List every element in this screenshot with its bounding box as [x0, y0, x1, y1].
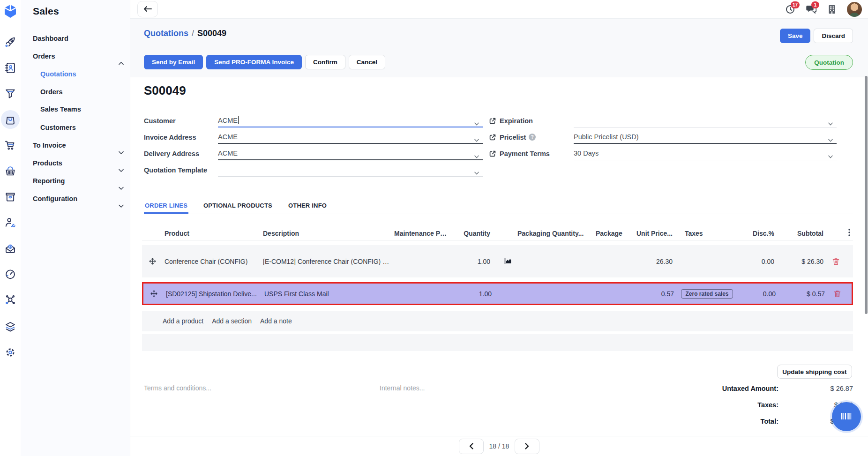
- messages-chat-icon[interactable]: 1: [806, 4, 817, 15]
- sidebar-item-reporting[interactable]: Reporting: [21, 172, 130, 190]
- col-unit-price[interactable]: Unit Price...: [626, 230, 674, 237]
- basket-icon[interactable]: [0, 161, 21, 181]
- external-link-icon[interactable]: [489, 150, 500, 157]
- product-cell[interactable]: Conference Chair (CONFIG): [163, 258, 261, 265]
- expiration-input[interactable]: [574, 114, 837, 127]
- taxes-cell[interactable]: Zero rated sales: [676, 289, 738, 299]
- company-building-icon[interactable]: [827, 4, 837, 15]
- pager-value: 18 / 18: [489, 442, 509, 450]
- order-line-row[interactable]: Conference Chair (CONFIG) [E-COM12] Conf…: [142, 245, 853, 277]
- sidebar-item-quotations[interactable]: Quotations: [21, 65, 130, 83]
- user-avatar[interactable]: [847, 2, 862, 17]
- network-nodes-icon[interactable]: [0, 290, 21, 310]
- sales-app-logo-icon[interactable]: [0, 1, 21, 22]
- discount-cell[interactable]: 0.00: [737, 258, 776, 265]
- unit-price-cell[interactable]: 0.57: [627, 290, 676, 298]
- col-quantity[interactable]: Quantity: [450, 230, 492, 237]
- sidebar-item-configuration[interactable]: Configuration: [21, 190, 130, 208]
- quantity-cell[interactable]: 1.00: [450, 258, 492, 265]
- forecast-area-chart-icon[interactable]: [492, 257, 516, 266]
- tab-optional-products[interactable]: OPTIONAL PRODUCTS: [202, 198, 273, 214]
- column-options-icon[interactable]: [846, 229, 853, 238]
- discard-button[interactable]: Discard: [814, 29, 853, 43]
- description-cell[interactable]: [E-COM12] Conference Chair (CONFIG) (Ste…: [261, 257, 392, 266]
- send-proforma-invoice-button[interactable]: Send PRO-FORMA Invoice: [206, 55, 302, 69]
- add-a-note-link[interactable]: Add a note: [260, 317, 292, 325]
- breadcrumb-current: S00049: [197, 29, 226, 38]
- sidebar-menu: Sales Dashboard Orders Quotations Orders…: [21, 0, 130, 456]
- delete-line-trash-icon[interactable]: [827, 290, 848, 298]
- sidebar-item-customers[interactable]: Customers: [21, 119, 130, 136]
- sidebar-item-products[interactable]: Products: [21, 154, 130, 172]
- activities-clock-icon[interactable]: 17: [785, 4, 795, 15]
- chevron-down-icon: [828, 152, 833, 160]
- sidebar-item-dashboard[interactable]: Dashboard: [21, 30, 130, 47]
- tab-other-info[interactable]: OTHER INFO: [287, 198, 328, 214]
- invoice-address-input[interactable]: ACME: [218, 131, 483, 144]
- add-a-product-link[interactable]: Add a product: [163, 317, 203, 325]
- col-taxes[interactable]: Taxes: [674, 230, 737, 237]
- col-disc[interactable]: Disc.%: [737, 230, 776, 237]
- barcode-scanner-fab-button[interactable]: [832, 402, 861, 431]
- description-cell[interactable]: USPS First Class Mail: [262, 290, 394, 298]
- subtotal-cell[interactable]: $ 26.30: [776, 258, 825, 265]
- delete-line-trash-icon[interactable]: [825, 258, 846, 265]
- invoice-mail-icon[interactable]: [0, 238, 21, 259]
- send-by-email-button[interactable]: Send by Email: [144, 55, 203, 69]
- sidebar-item-sales-teams[interactable]: Sales Teams: [21, 100, 130, 118]
- sidebar-item-orders[interactable]: Orders: [21, 83, 130, 101]
- col-packaging-quantity[interactable]: Packaging Quantity...: [516, 230, 588, 237]
- tax-tag: Zero rated sales: [681, 289, 733, 299]
- save-button[interactable]: Save: [780, 29, 811, 43]
- customer-service-icon[interactable]: [0, 212, 21, 233]
- col-description[interactable]: Description: [261, 230, 392, 237]
- subtotal-cell[interactable]: $ 0.57: [778, 290, 827, 298]
- vertical-scrollbar-thumb[interactable]: [865, 76, 868, 314]
- shopping-cart-icon[interactable]: [0, 135, 21, 156]
- confirm-button[interactable]: Confirm: [305, 55, 345, 69]
- payment-terms-input[interactable]: 30 Days: [574, 147, 837, 160]
- product-cell[interactable]: [SD02125] Shipstation Delive...: [164, 290, 262, 298]
- update-shipping-cost-button[interactable]: Update shipping cost: [777, 365, 852, 379]
- pager-next-button[interactable]: [515, 439, 539, 454]
- add-a-section-link[interactable]: Add a section: [212, 317, 252, 325]
- sidebar-item-orders-section[interactable]: Orders: [21, 47, 130, 65]
- internal-notes-input[interactable]: Internal notes...: [380, 381, 724, 407]
- discount-cell[interactable]: 0.00: [738, 290, 778, 298]
- col-product[interactable]: Product: [163, 230, 261, 237]
- delivery-address-input[interactable]: ACME: [218, 147, 483, 160]
- contacts-book-icon[interactable]: [0, 58, 21, 78]
- expiration-label: Expiration: [500, 117, 574, 125]
- external-link-icon[interactable]: [489, 134, 500, 141]
- chevron-down-icon: [119, 196, 124, 214]
- add-line-row: Add a product Add a section Add a note: [142, 311, 853, 331]
- layers-icon[interactable]: [0, 316, 21, 337]
- pager-previous-button[interactable]: [459, 439, 484, 454]
- gauge-icon[interactable]: [0, 264, 21, 284]
- sidebar-item-to-invoice[interactable]: To Invoice: [21, 136, 130, 154]
- col-package[interactable]: Package: [588, 230, 626, 237]
- col-maintenance-plan[interactable]: Maintenance Plan: [392, 230, 450, 237]
- back-button[interactable]: [137, 1, 158, 17]
- order-line-row-highlighted[interactable]: [SD02125] Shipstation Delive... USPS Fir…: [142, 282, 853, 305]
- col-subtotal[interactable]: Subtotal: [776, 230, 825, 237]
- settings-gear-icon[interactable]: [0, 342, 21, 363]
- terms-and-conditions-input[interactable]: Terms and conditions...: [144, 381, 374, 407]
- external-link-icon[interactable]: [489, 118, 500, 124]
- tab-order-lines[interactable]: ORDER LINES: [144, 198, 188, 214]
- text-cursor: [238, 116, 239, 124]
- funnel-icon[interactable]: [0, 83, 21, 104]
- unit-price-cell[interactable]: 26.30: [626, 258, 674, 265]
- rocket-icon[interactable]: [0, 32, 21, 52]
- shopping-bag-icon[interactable]: [0, 109, 21, 130]
- customer-input[interactable]: ACME: [218, 114, 483, 127]
- help-icon[interactable]: ?: [529, 134, 536, 141]
- cancel-button[interactable]: Cancel: [349, 55, 385, 69]
- drag-handle-icon[interactable]: [142, 258, 163, 265]
- breadcrumb-quotations-link[interactable]: Quotations: [144, 29, 188, 38]
- quotation-template-input[interactable]: [218, 164, 483, 177]
- drag-handle-icon[interactable]: [143, 290, 164, 297]
- quantity-cell[interactable]: 1.00: [451, 290, 494, 298]
- pricelist-input[interactable]: Public Pricelist (USD): [574, 131, 837, 144]
- box-icon[interactable]: [0, 187, 21, 207]
